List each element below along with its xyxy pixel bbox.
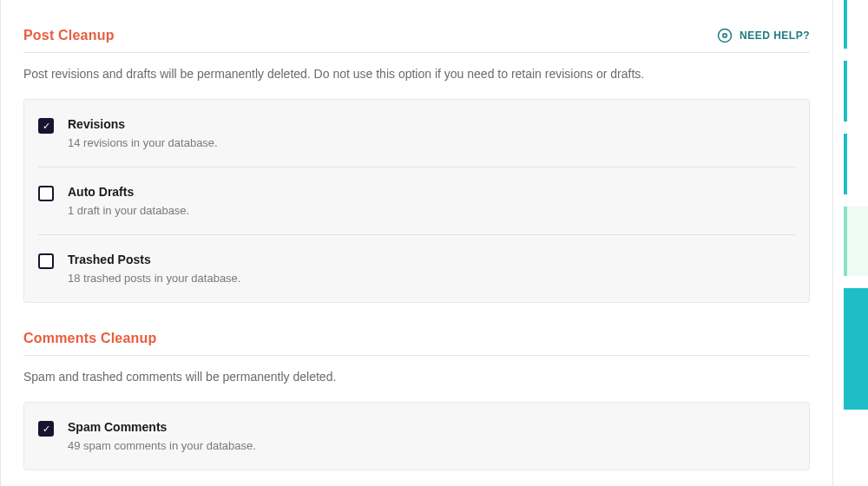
check-icon: ✓ — [43, 424, 50, 434]
option-revisions: ✓ Revisions 14 revisions in your databas… — [38, 100, 795, 167]
option-content: Auto Drafts 1 draft in your database. — [68, 185, 795, 217]
option-label: Spam Comments — [68, 420, 795, 434]
option-sub: 18 trashed posts in your database. — [68, 272, 795, 285]
need-help-label: NEED HELP? — [740, 30, 810, 42]
check-icon: ✓ — [43, 122, 50, 131]
option-label: Revisions — [68, 117, 795, 131]
checkbox-revisions[interactable]: ✓ — [38, 118, 54, 134]
section-title: Post Cleanup — [23, 28, 115, 43]
option-content: Spam Comments 49 spam comments in your d… — [68, 420, 795, 452]
option-spam-comments: ✓ Spam Comments 49 spam comments in your… — [38, 403, 795, 470]
section-title: Comments Cleanup — [23, 331, 156, 346]
sidebar-card[interactable] — [844, 61, 868, 122]
comments-cleanup-section: Comments Cleanup Spam and trashed commen… — [23, 303, 810, 470]
section-description: Spam and trashed comments will be perman… — [23, 356, 810, 402]
options-box: ✓ Revisions 14 revisions in your databas… — [23, 99, 810, 303]
option-auto-drafts: Auto Drafts 1 draft in your database. — [38, 167, 795, 235]
checkbox-auto-drafts[interactable] — [38, 186, 54, 201]
option-content: Revisions 14 revisions in your database. — [68, 117, 795, 149]
sidebar-card[interactable] — [844, 134, 868, 194]
sidebar-card[interactable] — [844, 0, 868, 49]
section-header: Comments Cleanup — [23, 331, 810, 356]
post-cleanup-section: Post Cleanup NEED HELP? Post revisions a… — [23, 0, 810, 303]
help-icon — [717, 28, 733, 43]
section-description: Post revisions and drafts will be perman… — [23, 53, 810, 99]
option-sub: 1 draft in your database. — [68, 204, 795, 217]
sidebar-card[interactable] — [844, 288, 868, 410]
checkbox-spam-comments[interactable]: ✓ — [38, 421, 54, 437]
option-label: Auto Drafts — [68, 185, 795, 199]
option-label: Trashed Posts — [68, 253, 795, 266]
option-content: Trashed Posts 18 trashed posts in your d… — [68, 253, 795, 285]
section-header: Post Cleanup NEED HELP? — [23, 28, 810, 53]
main-panel: Post Cleanup NEED HELP? Post revisions a… — [0, 0, 833, 486]
option-sub: 14 revisions in your database. — [68, 136, 795, 149]
option-trashed-posts: Trashed Posts 18 trashed posts in your d… — [38, 235, 795, 302]
need-help-link[interactable]: NEED HELP? — [717, 28, 810, 43]
options-box: ✓ Spam Comments 49 spam comments in your… — [23, 402, 810, 470]
checkbox-trashed-posts[interactable] — [38, 253, 54, 269]
option-sub: 49 spam comments in your database. — [68, 439, 795, 452]
sidebar-card[interactable] — [844, 207, 868, 276]
sidebar — [844, 0, 868, 486]
